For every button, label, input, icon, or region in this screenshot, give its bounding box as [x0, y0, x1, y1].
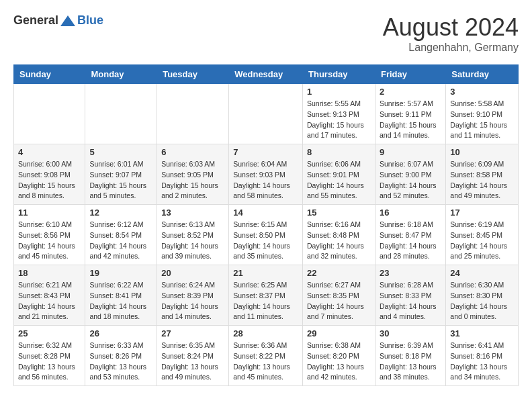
- calendar-cell: 30Sunrise: 6:39 AMSunset: 8:18 PMDayligh…: [375, 326, 445, 386]
- day-number: 25: [18, 328, 81, 338]
- day-info: Sunrise: 5:55 AMSunset: 9:13 PMDaylight:…: [307, 99, 371, 141]
- calendar-cell: 4Sunrise: 6:00 AMSunset: 9:08 PMDaylight…: [14, 144, 85, 205]
- calendar-cell: 18Sunrise: 6:21 AMSunset: 8:43 PMDayligh…: [14, 265, 85, 326]
- day-info: Sunrise: 6:32 AMSunset: 8:28 PMDaylight:…: [18, 340, 81, 383]
- day-info: Sunrise: 6:25 AMSunset: 8:37 PMDaylight:…: [233, 280, 298, 322]
- calendar-cell: [85, 84, 157, 144]
- calendar-cell: 1Sunrise: 5:55 AMSunset: 9:13 PMDaylight…: [303, 84, 375, 144]
- calendar-cell: 8Sunrise: 6:06 AMSunset: 9:01 PMDaylight…: [303, 144, 375, 205]
- calendar-cell: 16Sunrise: 6:18 AMSunset: 8:47 PMDayligh…: [375, 205, 445, 265]
- calendar-cell: 26Sunrise: 6:33 AMSunset: 8:26 PMDayligh…: [85, 326, 157, 386]
- calendar-cell: 20Sunrise: 6:24 AMSunset: 8:39 PMDayligh…: [157, 265, 229, 326]
- calendar-cell: 28Sunrise: 6:36 AMSunset: 8:22 PMDayligh…: [229, 326, 303, 386]
- day-number: 18: [18, 268, 81, 278]
- calendar-cell: 2Sunrise: 5:57 AMSunset: 9:11 PMDaylight…: [375, 84, 445, 144]
- calendar-cell: 10Sunrise: 6:09 AMSunset: 8:58 PMDayligh…: [446, 144, 519, 205]
- week-row-5: 25Sunrise: 6:32 AMSunset: 8:28 PMDayligh…: [14, 326, 519, 386]
- day-number: 4: [18, 147, 81, 157]
- calendar-cell: 22Sunrise: 6:27 AMSunset: 8:35 PMDayligh…: [303, 265, 375, 326]
- calendar-cell: 21Sunrise: 6:25 AMSunset: 8:37 PMDayligh…: [229, 265, 303, 326]
- calendar-cell: 12Sunrise: 6:12 AMSunset: 8:54 PMDayligh…: [85, 205, 157, 265]
- day-info: Sunrise: 6:10 AMSunset: 8:56 PMDaylight:…: [18, 220, 81, 262]
- weekday-header-thursday: Thursday: [303, 65, 375, 84]
- title-block: August 2024 Langenhahn, Germany: [383, 13, 519, 54]
- week-row-2: 4Sunrise: 6:00 AMSunset: 9:08 PMDaylight…: [14, 144, 519, 205]
- logo-general-text: General: [13, 13, 58, 28]
- calendar-cell: 17Sunrise: 6:19 AMSunset: 8:45 PMDayligh…: [446, 205, 519, 265]
- day-info: Sunrise: 6:04 AMSunset: 9:03 PMDaylight:…: [233, 159, 298, 201]
- day-info: Sunrise: 6:30 AMSunset: 8:30 PMDaylight:…: [450, 280, 514, 322]
- day-number: 23: [380, 268, 441, 278]
- day-info: Sunrise: 6:24 AMSunset: 8:39 PMDaylight:…: [161, 280, 224, 322]
- day-number: 21: [233, 268, 298, 278]
- day-number: 30: [380, 328, 441, 338]
- day-number: 19: [89, 268, 152, 278]
- week-row-4: 18Sunrise: 6:21 AMSunset: 8:43 PMDayligh…: [14, 265, 519, 326]
- calendar-cell: 27Sunrise: 6:35 AMSunset: 8:24 PMDayligh…: [157, 326, 229, 386]
- day-number: 29: [307, 328, 371, 338]
- day-info: Sunrise: 6:06 AMSunset: 9:01 PMDaylight:…: [307, 159, 371, 201]
- calendar-cell: 24Sunrise: 6:30 AMSunset: 8:30 PMDayligh…: [446, 265, 519, 326]
- weekday-header-row: SundayMondayTuesdayWednesdayThursdayFrid…: [14, 65, 519, 84]
- calendar-table: SundayMondayTuesdayWednesdayThursdayFrid…: [13, 64, 519, 386]
- month-title: August 2024: [383, 13, 519, 42]
- day-number: 26: [89, 328, 152, 338]
- calendar-cell: 14Sunrise: 6:15 AMSunset: 8:50 PMDayligh…: [229, 205, 303, 265]
- day-number: 27: [161, 328, 224, 338]
- day-number: 1: [307, 87, 371, 97]
- day-number: 12: [89, 208, 152, 218]
- day-info: Sunrise: 6:16 AMSunset: 8:48 PMDaylight:…: [307, 220, 371, 262]
- logo-icon: [60, 14, 75, 28]
- day-number: 11: [18, 208, 81, 218]
- weekday-header-tuesday: Tuesday: [157, 65, 229, 84]
- calendar-cell: 23Sunrise: 6:28 AMSunset: 8:33 PMDayligh…: [375, 265, 445, 326]
- svg-marker-0: [60, 15, 75, 26]
- day-number: 3: [450, 87, 514, 97]
- location-text: Langenhahn, Germany: [383, 42, 519, 54]
- weekday-header-sunday: Sunday: [14, 65, 85, 84]
- day-number: 17: [450, 208, 514, 218]
- day-info: Sunrise: 6:39 AMSunset: 8:18 PMDaylight:…: [380, 340, 441, 383]
- day-info: Sunrise: 6:27 AMSunset: 8:35 PMDaylight:…: [307, 280, 371, 322]
- day-info: Sunrise: 6:03 AMSunset: 9:05 PMDaylight:…: [161, 159, 224, 201]
- day-number: 22: [307, 268, 371, 278]
- day-info: Sunrise: 6:21 AMSunset: 8:43 PMDaylight:…: [18, 280, 81, 322]
- day-info: Sunrise: 6:36 AMSunset: 8:22 PMDaylight:…: [233, 340, 298, 383]
- day-number: 6: [161, 147, 224, 157]
- day-info: Sunrise: 6:41 AMSunset: 8:16 PMDaylight:…: [450, 340, 514, 383]
- day-info: Sunrise: 5:58 AMSunset: 9:10 PMDaylight:…: [450, 99, 514, 141]
- day-info: Sunrise: 5:57 AMSunset: 9:11 PMDaylight:…: [380, 99, 441, 141]
- day-number: 14: [233, 208, 298, 218]
- calendar-cell: [229, 84, 303, 144]
- weekday-header-monday: Monday: [85, 65, 157, 84]
- day-info: Sunrise: 6:33 AMSunset: 8:26 PMDaylight:…: [89, 340, 152, 383]
- day-info: Sunrise: 6:28 AMSunset: 8:33 PMDaylight:…: [380, 280, 441, 322]
- day-number: 16: [380, 208, 441, 218]
- page-header: General Blue August 2024 Langenhahn, Ger…: [13, 13, 519, 54]
- weekday-header-saturday: Saturday: [446, 65, 519, 84]
- logo: General Blue: [13, 13, 103, 28]
- calendar-cell: 3Sunrise: 5:58 AMSunset: 9:10 PMDaylight…: [446, 84, 519, 144]
- day-number: 20: [161, 268, 224, 278]
- day-number: 24: [450, 268, 514, 278]
- day-info: Sunrise: 6:22 AMSunset: 8:41 PMDaylight:…: [89, 280, 152, 322]
- day-number: 28: [233, 328, 298, 338]
- calendar-cell: 29Sunrise: 6:38 AMSunset: 8:20 PMDayligh…: [303, 326, 375, 386]
- day-number: 8: [307, 147, 371, 157]
- calendar-cell: 31Sunrise: 6:41 AMSunset: 8:16 PMDayligh…: [446, 326, 519, 386]
- calendar-cell: [14, 84, 85, 144]
- calendar-cell: [157, 84, 229, 144]
- day-number: 15: [307, 208, 371, 218]
- day-info: Sunrise: 6:18 AMSunset: 8:47 PMDaylight:…: [380, 220, 441, 262]
- calendar-cell: 5Sunrise: 6:01 AMSunset: 9:07 PMDaylight…: [85, 144, 157, 205]
- day-info: Sunrise: 6:15 AMSunset: 8:50 PMDaylight:…: [233, 220, 298, 262]
- day-number: 7: [233, 147, 298, 157]
- weekday-header-friday: Friday: [375, 65, 445, 84]
- day-info: Sunrise: 6:19 AMSunset: 8:45 PMDaylight:…: [450, 220, 514, 262]
- day-info: Sunrise: 6:07 AMSunset: 9:00 PMDaylight:…: [380, 159, 441, 201]
- logo-blue-text: Blue: [77, 13, 103, 28]
- week-row-1: 1Sunrise: 5:55 AMSunset: 9:13 PMDaylight…: [14, 84, 519, 144]
- day-info: Sunrise: 6:01 AMSunset: 9:07 PMDaylight:…: [89, 159, 152, 201]
- day-info: Sunrise: 6:00 AMSunset: 9:08 PMDaylight:…: [18, 159, 81, 201]
- weekday-header-wednesday: Wednesday: [229, 65, 303, 84]
